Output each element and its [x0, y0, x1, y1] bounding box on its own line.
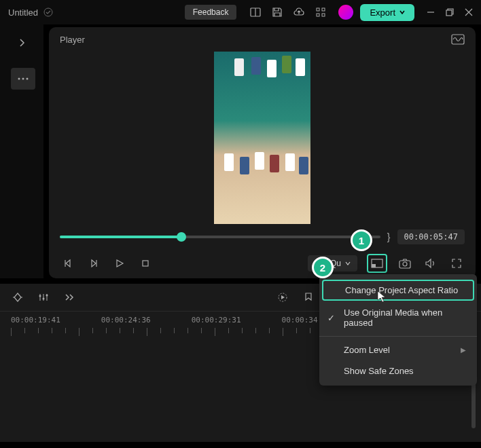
- cursor-icon: [377, 291, 387, 303]
- maximize-icon[interactable]: [446, 8, 454, 16]
- ruler-label: 00:00:24:36: [101, 316, 151, 324]
- svg-point-10: [22, 78, 24, 80]
- snapshot-icon[interactable]: [397, 255, 413, 272]
- chevron-down-icon: [345, 261, 351, 266]
- svg-point-11: [26, 78, 29, 80]
- svg-point-0: [44, 8, 52, 16]
- feedback-button[interactable]: Feedback: [185, 5, 237, 20]
- export-label: Export: [370, 7, 395, 18]
- svg-rect-5: [317, 14, 319, 16]
- ruler-label: 00:00:19:41: [11, 316, 60, 324]
- svg-point-19: [403, 262, 407, 266]
- more-button[interactable]: [11, 68, 35, 90]
- speed-icon[interactable]: [276, 291, 289, 304]
- next-frame-icon[interactable]: [86, 255, 102, 272]
- callout-1: 1: [351, 229, 372, 251]
- player-label: Player: [60, 35, 85, 45]
- menu-separator: [319, 336, 477, 337]
- player-panel: Player } 00:00:05:47: [49, 27, 476, 278]
- check-icon: ✓: [327, 313, 335, 323]
- aspect-ratio-button[interactable]: [367, 254, 387, 273]
- svg-point-25: [46, 295, 48, 297]
- minimize-icon[interactable]: [427, 8, 435, 16]
- svg-point-9: [18, 78, 20, 80]
- close-icon[interactable]: [465, 8, 473, 16]
- cloud-icon[interactable]: [289, 3, 308, 22]
- avatar[interactable]: [338, 5, 353, 20]
- svg-rect-17: [372, 264, 376, 267]
- saved-status-icon: [43, 7, 53, 17]
- stop-icon[interactable]: [137, 255, 154, 272]
- svg-rect-3: [317, 8, 319, 11]
- apps-icon[interactable]: [311, 3, 330, 22]
- menu-change-aspect-ratio[interactable]: Change Project Aspect Ratio: [322, 280, 474, 301]
- titlebar: Untitled Feedback Export: [0, 0, 481, 24]
- context-menu: Change Project Aspect Ratio ✓ Use Origin…: [319, 274, 477, 386]
- preview-image: [214, 52, 310, 224]
- adjust-icon[interactable]: [37, 291, 50, 304]
- prev-frame-icon[interactable]: [60, 255, 76, 272]
- expand-panel-icon[interactable]: [18, 38, 25, 48]
- menu-use-original-media[interactable]: ✓ Use Original Media when paused: [319, 302, 477, 333]
- chevron-down-icon: [399, 10, 405, 15]
- ruler-label: 00:00:29:31: [192, 316, 241, 324]
- project-title: Untitled: [8, 7, 38, 18]
- menu-zoom-level[interactable]: Zoom Level ▶: [319, 339, 477, 360]
- play-icon[interactable]: [111, 255, 128, 272]
- menu-show-safe-zones[interactable]: Show Safe Zones: [319, 360, 477, 381]
- mark-out-icon[interactable]: }: [387, 231, 391, 242]
- save-icon[interactable]: [268, 3, 287, 22]
- progress-handle[interactable]: [177, 232, 186, 242]
- layout-icon[interactable]: [246, 3, 265, 22]
- volume-icon[interactable]: [423, 255, 439, 272]
- svg-point-24: [43, 298, 45, 300]
- scopes-icon[interactable]: [451, 34, 465, 45]
- marker-icon[interactable]: [302, 291, 315, 304]
- svg-point-23: [39, 295, 41, 297]
- expand-tools-icon[interactable]: [63, 291, 76, 304]
- timecode[interactable]: 00:00:05:47: [397, 229, 465, 244]
- svg-rect-6: [322, 14, 325, 16]
- svg-rect-8: [446, 10, 452, 16]
- fullscreen-icon[interactable]: [448, 255, 465, 272]
- progress-bar[interactable]: [60, 236, 380, 238]
- left-panel: [0, 24, 43, 278]
- preview-area[interactable]: [49, 52, 476, 224]
- callout-2: 2: [312, 257, 334, 278]
- svg-rect-4: [322, 8, 325, 11]
- submenu-arrow-icon: ▶: [461, 346, 466, 354]
- export-button[interactable]: Export: [360, 4, 414, 21]
- keyframe-tool-icon[interactable]: [11, 291, 24, 304]
- svg-rect-15: [143, 261, 148, 266]
